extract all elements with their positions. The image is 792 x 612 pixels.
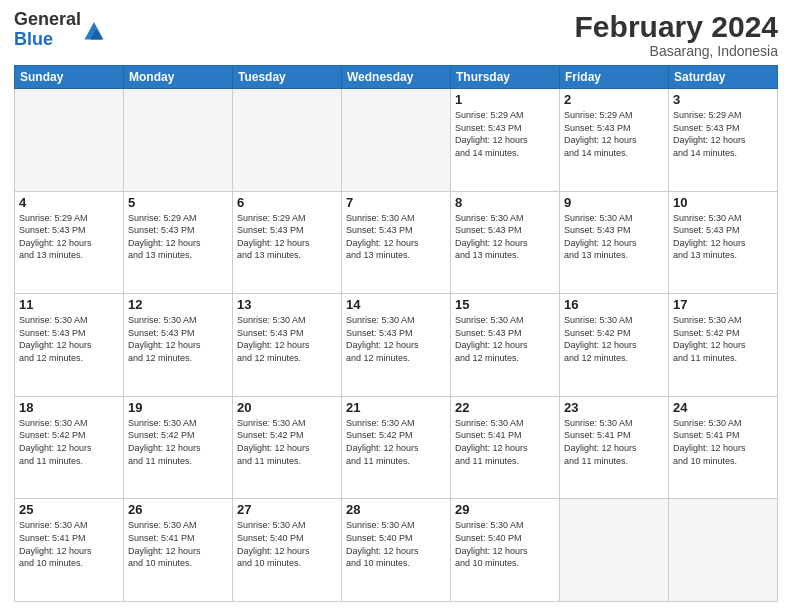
day-info: Sunrise: 5:30 AM Sunset: 5:43 PM Dayligh…	[237, 314, 337, 364]
table-row: 21Sunrise: 5:30 AM Sunset: 5:42 PM Dayli…	[342, 396, 451, 499]
calendar-table: Sunday Monday Tuesday Wednesday Thursday…	[14, 65, 778, 602]
day-number: 4	[19, 195, 119, 210]
day-number: 26	[128, 502, 228, 517]
table-row: 11Sunrise: 5:30 AM Sunset: 5:43 PM Dayli…	[15, 294, 124, 397]
day-number: 25	[19, 502, 119, 517]
weekday-header-row: Sunday Monday Tuesday Wednesday Thursday…	[15, 66, 778, 89]
day-number: 24	[673, 400, 773, 415]
header: General Blue February 2024 Basarang, Ind…	[14, 10, 778, 59]
page: General Blue February 2024 Basarang, Ind…	[0, 0, 792, 612]
day-info: Sunrise: 5:30 AM Sunset: 5:42 PM Dayligh…	[237, 417, 337, 467]
table-row	[233, 89, 342, 192]
day-number: 10	[673, 195, 773, 210]
day-number: 28	[346, 502, 446, 517]
day-info: Sunrise: 5:30 AM Sunset: 5:41 PM Dayligh…	[673, 417, 773, 467]
table-row: 12Sunrise: 5:30 AM Sunset: 5:43 PM Dayli…	[124, 294, 233, 397]
day-number: 19	[128, 400, 228, 415]
header-friday: Friday	[560, 66, 669, 89]
table-row: 17Sunrise: 5:30 AM Sunset: 5:42 PM Dayli…	[669, 294, 778, 397]
day-number: 16	[564, 297, 664, 312]
day-number: 7	[346, 195, 446, 210]
day-info: Sunrise: 5:29 AM Sunset: 5:43 PM Dayligh…	[237, 212, 337, 262]
header-sunday: Sunday	[15, 66, 124, 89]
day-info: Sunrise: 5:30 AM Sunset: 5:43 PM Dayligh…	[455, 314, 555, 364]
table-row: 16Sunrise: 5:30 AM Sunset: 5:42 PM Dayli…	[560, 294, 669, 397]
day-number: 11	[19, 297, 119, 312]
header-tuesday: Tuesday	[233, 66, 342, 89]
logo-blue: Blue	[14, 29, 53, 49]
day-info: Sunrise: 5:29 AM Sunset: 5:43 PM Dayligh…	[673, 109, 773, 159]
day-number: 1	[455, 92, 555, 107]
table-row: 9Sunrise: 5:30 AM Sunset: 5:43 PM Daylig…	[560, 191, 669, 294]
table-row: 26Sunrise: 5:30 AM Sunset: 5:41 PM Dayli…	[124, 499, 233, 602]
day-info: Sunrise: 5:30 AM Sunset: 5:41 PM Dayligh…	[455, 417, 555, 467]
day-info: Sunrise: 5:30 AM Sunset: 5:43 PM Dayligh…	[673, 212, 773, 262]
table-row: 5Sunrise: 5:29 AM Sunset: 5:43 PM Daylig…	[124, 191, 233, 294]
table-row: 18Sunrise: 5:30 AM Sunset: 5:42 PM Dayli…	[15, 396, 124, 499]
table-row: 27Sunrise: 5:30 AM Sunset: 5:40 PM Dayli…	[233, 499, 342, 602]
calendar-week-row: 4Sunrise: 5:29 AM Sunset: 5:43 PM Daylig…	[15, 191, 778, 294]
table-row: 7Sunrise: 5:30 AM Sunset: 5:43 PM Daylig…	[342, 191, 451, 294]
table-row: 8Sunrise: 5:30 AM Sunset: 5:43 PM Daylig…	[451, 191, 560, 294]
table-row	[560, 499, 669, 602]
table-row: 3Sunrise: 5:29 AM Sunset: 5:43 PM Daylig…	[669, 89, 778, 192]
day-number: 27	[237, 502, 337, 517]
day-number: 9	[564, 195, 664, 210]
day-info: Sunrise: 5:29 AM Sunset: 5:43 PM Dayligh…	[19, 212, 119, 262]
day-number: 6	[237, 195, 337, 210]
day-number: 5	[128, 195, 228, 210]
table-row	[342, 89, 451, 192]
table-row: 20Sunrise: 5:30 AM Sunset: 5:42 PM Dayli…	[233, 396, 342, 499]
header-monday: Monday	[124, 66, 233, 89]
calendar-week-row: 11Sunrise: 5:30 AM Sunset: 5:43 PM Dayli…	[15, 294, 778, 397]
table-row	[669, 499, 778, 602]
table-row	[124, 89, 233, 192]
day-info: Sunrise: 5:30 AM Sunset: 5:40 PM Dayligh…	[346, 519, 446, 569]
logo-general: General	[14, 9, 81, 29]
day-number: 2	[564, 92, 664, 107]
day-info: Sunrise: 5:30 AM Sunset: 5:42 PM Dayligh…	[346, 417, 446, 467]
day-number: 17	[673, 297, 773, 312]
day-number: 12	[128, 297, 228, 312]
day-number: 21	[346, 400, 446, 415]
table-row: 10Sunrise: 5:30 AM Sunset: 5:43 PM Dayli…	[669, 191, 778, 294]
day-number: 18	[19, 400, 119, 415]
day-info: Sunrise: 5:30 AM Sunset: 5:43 PM Dayligh…	[346, 314, 446, 364]
table-row: 28Sunrise: 5:30 AM Sunset: 5:40 PM Dayli…	[342, 499, 451, 602]
day-number: 14	[346, 297, 446, 312]
table-row: 24Sunrise: 5:30 AM Sunset: 5:41 PM Dayli…	[669, 396, 778, 499]
calendar-week-row: 18Sunrise: 5:30 AM Sunset: 5:42 PM Dayli…	[15, 396, 778, 499]
table-row: 2Sunrise: 5:29 AM Sunset: 5:43 PM Daylig…	[560, 89, 669, 192]
table-row: 23Sunrise: 5:30 AM Sunset: 5:41 PM Dayli…	[560, 396, 669, 499]
title-block: February 2024 Basarang, Indonesia	[575, 10, 778, 59]
header-wednesday: Wednesday	[342, 66, 451, 89]
day-info: Sunrise: 5:30 AM Sunset: 5:42 PM Dayligh…	[564, 314, 664, 364]
logo: General Blue	[14, 10, 105, 50]
table-row: 14Sunrise: 5:30 AM Sunset: 5:43 PM Dayli…	[342, 294, 451, 397]
table-row: 6Sunrise: 5:29 AM Sunset: 5:43 PM Daylig…	[233, 191, 342, 294]
day-info: Sunrise: 5:30 AM Sunset: 5:43 PM Dayligh…	[128, 314, 228, 364]
calendar-week-row: 25Sunrise: 5:30 AM Sunset: 5:41 PM Dayli…	[15, 499, 778, 602]
table-row: 22Sunrise: 5:30 AM Sunset: 5:41 PM Dayli…	[451, 396, 560, 499]
day-info: Sunrise: 5:30 AM Sunset: 5:41 PM Dayligh…	[128, 519, 228, 569]
table-row: 4Sunrise: 5:29 AM Sunset: 5:43 PM Daylig…	[15, 191, 124, 294]
day-info: Sunrise: 5:30 AM Sunset: 5:42 PM Dayligh…	[19, 417, 119, 467]
day-info: Sunrise: 5:30 AM Sunset: 5:43 PM Dayligh…	[455, 212, 555, 262]
day-info: Sunrise: 5:29 AM Sunset: 5:43 PM Dayligh…	[128, 212, 228, 262]
day-info: Sunrise: 5:30 AM Sunset: 5:43 PM Dayligh…	[19, 314, 119, 364]
table-row	[15, 89, 124, 192]
day-number: 29	[455, 502, 555, 517]
day-info: Sunrise: 5:30 AM Sunset: 5:41 PM Dayligh…	[19, 519, 119, 569]
day-number: 15	[455, 297, 555, 312]
table-row: 1Sunrise: 5:29 AM Sunset: 5:43 PM Daylig…	[451, 89, 560, 192]
day-number: 23	[564, 400, 664, 415]
day-number: 3	[673, 92, 773, 107]
day-info: Sunrise: 5:30 AM Sunset: 5:42 PM Dayligh…	[673, 314, 773, 364]
table-row: 13Sunrise: 5:30 AM Sunset: 5:43 PM Dayli…	[233, 294, 342, 397]
day-info: Sunrise: 5:30 AM Sunset: 5:43 PM Dayligh…	[564, 212, 664, 262]
day-info: Sunrise: 5:30 AM Sunset: 5:42 PM Dayligh…	[128, 417, 228, 467]
table-row: 19Sunrise: 5:30 AM Sunset: 5:42 PM Dayli…	[124, 396, 233, 499]
table-row: 29Sunrise: 5:30 AM Sunset: 5:40 PM Dayli…	[451, 499, 560, 602]
month-title: February 2024	[575, 10, 778, 43]
day-info: Sunrise: 5:29 AM Sunset: 5:43 PM Dayligh…	[455, 109, 555, 159]
